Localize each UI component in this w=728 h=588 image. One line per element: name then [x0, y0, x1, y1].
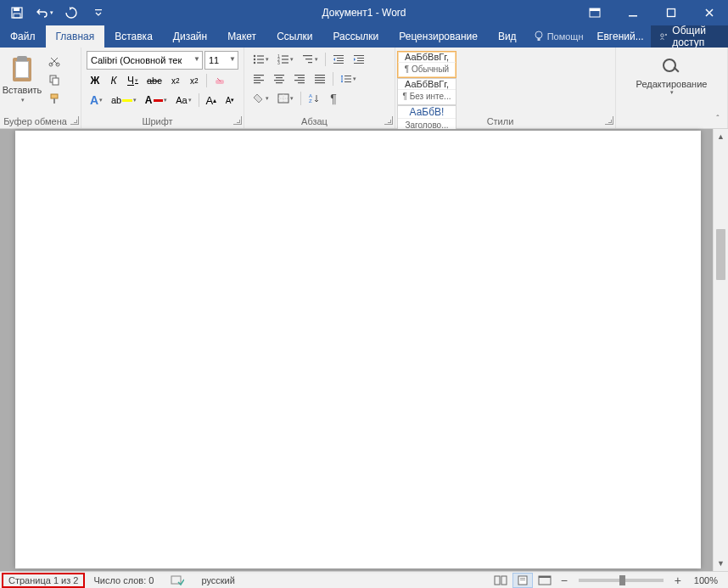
zoom-slider-thumb[interactable]: [619, 575, 625, 585]
scroll-thumb[interactable]: [716, 229, 725, 280]
font-color-button[interactable]: A▾: [142, 92, 171, 109]
align-center-button[interactable]: [270, 70, 288, 87]
scroll-up-button[interactable]: ▲: [714, 129, 728, 144]
svg-rect-35: [337, 60, 344, 61]
quick-access-toolbar: ▾: [0, 3, 110, 23]
paste-button[interactable]: Вставить ▾: [0, 48, 44, 112]
zoom-slider[interactable]: [579, 579, 664, 582]
zoom-out-button[interactable]: −: [557, 573, 572, 588]
document-page[interactable]: [15, 131, 701, 568]
svg-rect-9: [537, 38, 540, 41]
style-name: ¶ Без инте...: [398, 89, 456, 104]
scroll-track[interactable]: [714, 144, 728, 556]
undo-button[interactable]: ▾: [32, 3, 56, 23]
superscript-button[interactable]: x2: [186, 72, 203, 89]
font-dialog-launcher[interactable]: [233, 116, 242, 125]
qat-customize-button[interactable]: [87, 3, 110, 23]
svg-rect-54: [315, 77, 325, 78]
tab-home[interactable]: Главная: [46, 25, 105, 48]
document-area: ▲ ▼: [0, 129, 728, 571]
increase-indent-button[interactable]: [350, 51, 368, 68]
account-button[interactable]: Евгений...: [590, 25, 650, 48]
editing-dropdown[interactable]: Редактирование ▾: [629, 53, 715, 100]
svg-rect-7: [667, 9, 675, 17]
svg-rect-72: [539, 576, 551, 578]
grow-font-button[interactable]: A▴: [202, 92, 220, 109]
borders-button[interactable]: ▾: [274, 90, 297, 107]
highlight-button[interactable]: ab▾: [108, 92, 140, 109]
svg-point-8: [535, 31, 542, 38]
svg-rect-40: [354, 63, 364, 64]
show-hide-marks-button[interactable]: ¶: [325, 90, 342, 107]
scroll-down-button[interactable]: ▼: [714, 556, 728, 571]
save-button[interactable]: [5, 3, 29, 23]
justify-button[interactable]: [311, 70, 329, 87]
change-case-button[interactable]: Aa▾: [172, 92, 194, 109]
redo-button[interactable]: [59, 3, 83, 23]
tab-review[interactable]: Рецензирование: [389, 25, 488, 48]
tab-mailings[interactable]: Рассылки: [322, 25, 389, 48]
svg-rect-59: [344, 81, 351, 82]
line-spacing-button[interactable]: ▾: [337, 70, 360, 87]
style-preview: АаБбВвГг,: [398, 79, 456, 89]
decrease-indent-button[interactable]: [329, 51, 348, 68]
svg-rect-41: [254, 75, 264, 76]
svg-rect-23: [257, 62, 264, 63]
font-size-combo[interactable]: 11 ▼: [204, 51, 238, 70]
style-no-spacing[interactable]: АаБбВвГг, ¶ Без инте...: [397, 78, 456, 105]
collapse-ribbon-button[interactable]: ˆ: [711, 113, 725, 125]
italic-button[interactable]: К: [105, 72, 122, 89]
web-layout-button[interactable]: [535, 573, 555, 588]
style-normal[interactable]: АаБбВвГг, ¶ Обычный: [397, 51, 456, 78]
cut-button[interactable]: [44, 53, 64, 70]
tab-insert[interactable]: Вставка: [104, 25, 163, 48]
sort-button[interactable]: AZ: [305, 90, 323, 107]
svg-rect-6: [629, 15, 637, 17]
shading-button[interactable]: ▾: [249, 90, 272, 107]
tab-design[interactable]: Дизайн: [163, 25, 217, 48]
shrink-font-button[interactable]: A▾: [221, 92, 238, 109]
share-button[interactable]: Общий доступ: [651, 25, 728, 48]
bullets-button[interactable]: ▾: [249, 51, 272, 68]
align-left-button[interactable]: [249, 70, 268, 87]
tab-references[interactable]: Ссылки: [266, 25, 322, 48]
word-count-status[interactable]: Число слов: 0: [85, 572, 162, 588]
strikethrough-button[interactable]: abc: [143, 72, 165, 89]
group-paragraph: ▾ 123▾ ▾ ▾ ▾ ▾ AZ ¶ Абзац: [244, 48, 395, 128]
print-layout-button[interactable]: [512, 573, 533, 588]
font-name-combo[interactable]: Calibri (Основной тек ▼: [87, 51, 203, 70]
svg-rect-50: [298, 77, 305, 78]
svg-rect-47: [274, 80, 284, 81]
subscript-button[interactable]: x2: [167, 72, 184, 89]
svg-rect-38: [357, 58, 364, 59]
tab-file[interactable]: Файл: [0, 25, 46, 48]
zoom-in-button[interactable]: +: [670, 573, 686, 588]
styles-dialog-launcher[interactable]: [605, 116, 613, 125]
clipboard-dialog-launcher[interactable]: [70, 116, 79, 125]
ribbon-display-options-button[interactable]: [575, 0, 613, 25]
minimize-button[interactable]: [613, 0, 652, 25]
format-painter-button[interactable]: [44, 90, 64, 107]
svg-rect-42: [254, 77, 260, 78]
text-effects-button[interactable]: A▾: [87, 92, 106, 109]
underline-button[interactable]: Ч▾: [124, 72, 142, 89]
copy-button[interactable]: [44, 71, 64, 88]
clear-formatting-button[interactable]: [210, 72, 231, 89]
page-number-status[interactable]: Страница 1 из 2: [2, 573, 85, 588]
paragraph-dialog-launcher[interactable]: [384, 116, 393, 125]
maximize-button[interactable]: [652, 0, 690, 25]
svg-rect-30: [303, 55, 312, 56]
multilevel-list-button[interactable]: ▾: [299, 51, 322, 68]
align-right-button[interactable]: [290, 70, 309, 87]
group-clipboard-label: Буфер обмена: [0, 116, 70, 126]
spellcheck-status[interactable]: [162, 572, 193, 588]
numbering-button[interactable]: 123▾: [274, 51, 297, 68]
bold-button[interactable]: Ж: [87, 72, 104, 89]
close-button[interactable]: [690, 0, 728, 25]
read-mode-button[interactable]: [490, 573, 511, 588]
tell-me-button[interactable]: Помощн: [527, 25, 591, 48]
language-status[interactable]: русский: [193, 572, 243, 588]
tab-view[interactable]: Вид: [488, 25, 527, 48]
zoom-level[interactable]: 100%: [687, 575, 725, 585]
tab-layout[interactable]: Макет: [217, 25, 266, 48]
